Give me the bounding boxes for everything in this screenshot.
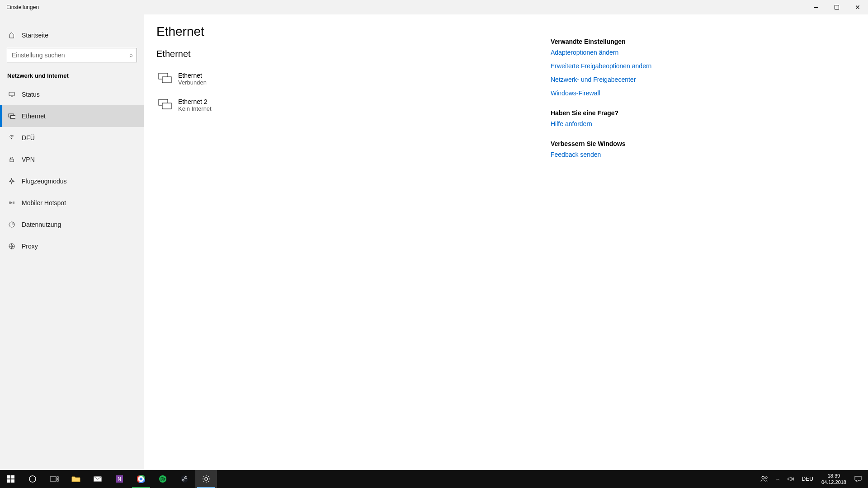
sidebar-item-label: Flugzeugmodus <box>22 178 67 185</box>
maximize-icon <box>835 5 839 9</box>
sidebar-item-datausage[interactable]: Datennutzung <box>0 214 144 235</box>
tray-overflow[interactable]: ︿ <box>772 470 784 488</box>
start-button[interactable] <box>0 470 22 488</box>
taskbar-settings[interactable] <box>195 470 217 488</box>
vpn-icon <box>7 156 16 163</box>
svg-rect-0 <box>9 92 14 96</box>
cortana-button[interactable] <box>22 470 43 488</box>
sidebar-item-vpn[interactable]: VPN <box>0 149 144 170</box>
sidebar-item-airplane[interactable]: Flugzeugmodus <box>0 170 144 192</box>
tray-people[interactable] <box>757 470 772 488</box>
svg-point-44 <box>765 477 767 479</box>
sidebar-home[interactable]: Startseite <box>0 26 144 44</box>
tray-clock[interactable]: 18:39 04.12.2018 <box>817 470 851 488</box>
network-item-text: Ethernet 2 Kein Internet <box>178 98 212 112</box>
svg-line-42 <box>208 476 208 477</box>
network-name: Ethernet <box>178 72 207 79</box>
volume-icon <box>788 476 795 482</box>
windows-icon <box>7 475 14 483</box>
maximize-button[interactable] <box>826 0 847 14</box>
related-heading: Verwandte Einstellungen <box>551 38 655 45</box>
link-get-help[interactable]: Hilfe anfordern <box>551 120 655 127</box>
main: Ethernet Ethernet Ethernet Verbunden Eth… <box>144 0 868 470</box>
sidebar-item-status[interactable]: Status <box>0 84 144 105</box>
sidebar-item-proxy[interactable]: Proxy <box>0 235 144 257</box>
window-controls: ✕ <box>806 0 868 14</box>
svg-point-34 <box>205 478 208 480</box>
network-item-ethernet2[interactable]: Ethernet 2 Kein Internet <box>156 92 551 118</box>
people-icon <box>760 475 769 483</box>
svg-rect-13 <box>7 475 10 479</box>
notification-icon <box>854 476 862 482</box>
taskview-button[interactable] <box>43 470 65 488</box>
right-panel: Verwandte Einstellungen Adapteroptionen … <box>551 22 668 470</box>
taskview-icon <box>50 475 59 483</box>
taskbar-explorer[interactable] <box>65 470 87 488</box>
sidebar-item-label: Proxy <box>22 243 38 250</box>
svg-line-40 <box>208 481 208 481</box>
network-item-ethernet[interactable]: Ethernet Verbunden <box>156 66 551 92</box>
search-input[interactable] <box>7 48 137 62</box>
sidebar-item-dfu[interactable]: DFÜ <box>0 127 144 149</box>
svg-point-6 <box>11 202 13 204</box>
page-title: Ethernet <box>156 24 551 39</box>
sidebar-category: Netzwerk und Internet <box>0 62 144 84</box>
sidebar-item-label: VPN <box>22 156 35 163</box>
link-send-feedback[interactable]: Feedback senden <box>551 151 655 158</box>
svg-rect-3 <box>11 116 16 119</box>
related-settings-group: Verwandte Einstellungen Adapteroptionen … <box>551 38 655 97</box>
tray-volume[interactable] <box>784 470 798 488</box>
sidebar-item-hotspot[interactable]: Mobiler Hotspot <box>0 192 144 214</box>
taskbar-spotify[interactable] <box>152 470 174 488</box>
dialup-icon <box>7 134 16 141</box>
svg-rect-10 <box>162 77 171 83</box>
taskbar-onenote[interactable]: N <box>108 470 130 488</box>
svg-rect-12 <box>162 103 171 109</box>
minimize-button[interactable] <box>806 0 826 14</box>
taskbar-mail[interactable] <box>87 470 108 488</box>
feedback-group: Verbessern Sie Windows Feedback senden <box>551 140 655 158</box>
svg-line-39 <box>203 476 204 477</box>
close-icon: ✕ <box>855 4 860 10</box>
tray-action-center[interactable] <box>851 470 865 488</box>
chrome-icon <box>137 475 145 483</box>
link-sharing-options[interactable]: Erweiterte Freigabeoptionen ändern <box>551 62 655 70</box>
sidebar-item-label: Status <box>22 91 40 98</box>
svg-rect-18 <box>50 477 56 481</box>
close-button[interactable]: ✕ <box>847 0 868 14</box>
ethernet-adapter-icon <box>157 97 173 113</box>
taskbar-left: N <box>0 470 217 488</box>
svg-rect-14 <box>11 475 14 479</box>
spotify-icon <box>159 475 167 483</box>
taskbar-right: ︿ DEU 18:39 04.12.2018 <box>757 470 868 488</box>
search-wrap: ⌕ <box>0 44 144 62</box>
taskbar-chrome[interactable] <box>130 470 152 488</box>
link-adapter-options[interactable]: Adapteroptionen ändern <box>551 49 655 56</box>
svg-point-4 <box>11 138 12 139</box>
steam-icon <box>180 475 189 483</box>
sidebar-item-label: DFÜ <box>22 134 35 141</box>
svg-rect-16 <box>11 479 14 483</box>
sidebar-item-ethernet[interactable]: Ethernet <box>0 105 144 127</box>
ethernet-adapter-icon <box>157 71 173 86</box>
home-icon <box>7 32 16 39</box>
link-windows-firewall[interactable]: Windows-Firewall <box>551 89 655 97</box>
onenote-icon: N <box>115 475 123 483</box>
taskbar-steam[interactable] <box>174 470 195 488</box>
proxy-icon <box>7 243 16 250</box>
network-status: Kein Internet <box>178 105 212 112</box>
network-item-text: Ethernet Verbunden <box>178 72 207 86</box>
chevron-up-icon: ︿ <box>776 476 780 482</box>
sidebar-item-label: Ethernet <box>22 113 46 120</box>
tray-language[interactable]: DEU <box>798 470 817 488</box>
section-heading: Ethernet <box>156 49 551 59</box>
sidebar-item-label: Mobiler Hotspot <box>22 199 66 206</box>
minimize-icon <box>814 7 818 8</box>
svg-point-17 <box>29 476 36 482</box>
show-desktop[interactable] <box>865 470 868 488</box>
clock-time: 18:39 <box>828 473 840 479</box>
content: Ethernet Ethernet Ethernet Verbunden Eth… <box>144 22 551 470</box>
link-network-center[interactable]: Netzwerk- und Freigabecenter <box>551 76 655 83</box>
feedback-heading: Verbessern Sie Windows <box>551 140 655 147</box>
ethernet-icon <box>7 113 16 120</box>
